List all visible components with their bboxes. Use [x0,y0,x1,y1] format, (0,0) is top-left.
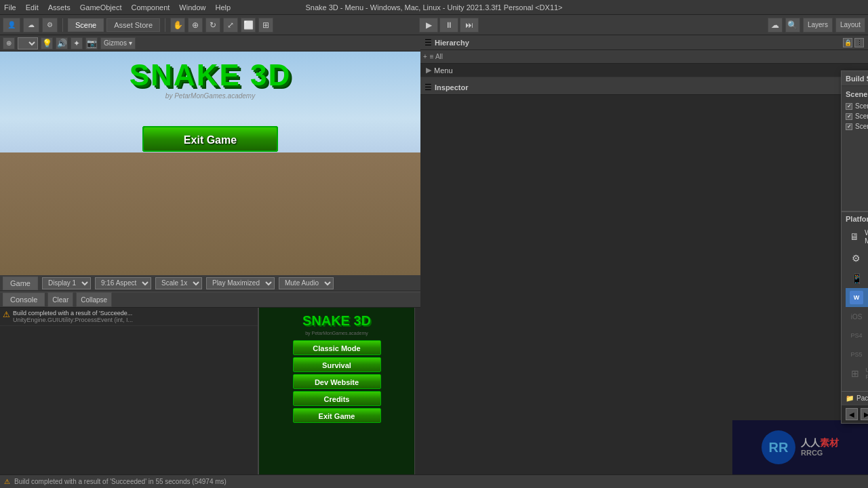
menu-edit[interactable]: Edit [26,3,39,12]
scene-0-name: Scenes/Menu [855,102,868,110]
platform-ps5[interactable]: PS5 PS5 [846,345,868,364]
scene-0-checkbox[interactable] [846,103,852,110]
hierarchy-title: Hierarchy [435,39,469,47]
hierarchy-breadcrumb: ≡ All [430,53,443,60]
gizmo-btn[interactable]: ⊕ [3,37,15,49]
timeline-area: ◀ ▶ ↻ PlayLeft PlayRight Repeat [842,405,868,423]
platform-list: 🖥 Windows, Mac, Linux ⚙ ⚙ Dedicated Serv… [846,226,868,383]
status-bar: ⚠ Build completed with a result of 'Succ… [0,474,868,488]
pause-button[interactable]: ⏸ [439,18,458,33]
platform-dedicated-server[interactable]: ⚙ Dedicated Server [846,247,868,269]
bottom-area: Console Clear Collapse ⚠ Build completed… [0,291,420,488]
inspector-title: Inspector [435,83,469,92]
inspector-icon: ☰ [425,83,432,92]
toolbar-cloud[interactable]: ☁ [23,18,39,33]
mini-exit-game-btn[interactable]: Exit Game [293,408,381,423]
exit-game-btn[interactable]: Exit Game [142,126,278,152]
menu-file[interactable]: File [4,3,16,12]
mini-survival-btn[interactable]: Survival [293,357,381,372]
scene-toolbar: ⊕ 2D 💡 🔊 ✦ 📷 Gizmos ▾ [0,35,420,52]
menu-gameobject[interactable]: GameObject [80,3,122,12]
timeline-play-right[interactable]: ▶ [861,408,868,420]
layout-dropdown[interactable]: Layout [835,18,865,33]
render-mode-select[interactable]: 2D [18,37,38,49]
console-toolbar: Console Clear Collapse [0,291,420,308]
display-select[interactable]: Display 1 [42,277,91,289]
scene-1-checkbox[interactable] [846,113,852,120]
gizmos-btn[interactable]: Gizmos ▾ [100,37,136,49]
hierarchy-add-btn[interactable]: + [423,53,427,60]
toolbar-settings[interactable]: ⚙ [42,18,58,33]
server-icon: ⚙ [850,251,863,265]
step-button[interactable]: ⏭ [460,18,479,33]
menu-window[interactable]: Window [179,3,205,12]
platform-ps4[interactable]: PS4 PS4 [846,326,868,345]
hierarchy-menu[interactable]: ⋮ [854,38,864,47]
ps4-icon: PS4 [850,329,863,342]
clear-btn[interactable]: Clear [47,292,73,307]
scene-item-2: Scenes/Survival 2 [846,121,868,131]
toolbar-rect[interactable]: ⬜ [241,18,256,33]
title-bar: File Edit Assets GameObject Component Wi… [0,0,868,15]
toolbar-transform[interactable]: ⊞ [258,18,273,33]
menu-component[interactable]: Component [131,3,170,12]
menu-help[interactable]: Help [215,3,231,12]
console-msg: Build completed with a result of 'Succee… [13,310,133,323]
packages-label[interactable]: Packages [856,394,868,402]
platform-windows[interactable]: 🖥 Windows, Mac, Linux ⚙ [846,226,868,247]
toolbar-scale[interactable]: ⤢ [223,18,238,33]
hierarchy-scene-name[interactable]: Menu [434,66,453,75]
toolbar-account[interactable]: 👤 [3,18,20,33]
scale-select[interactable]: Scale 1x [155,277,202,289]
windows-label: Windows, Mac, Linux [865,228,868,245]
mini-snake-title: SNAKE 3D [302,313,371,329]
platform-uwp[interactable]: ⊞ Universal Windows Platform [846,364,868,383]
console-tab[interactable]: Console [3,293,45,306]
platform-webgl[interactable]: W WebGL [846,288,868,307]
watermark-logo: RR [762,430,795,464]
watermark-text: 人人素材 RRCG [801,437,839,458]
mini-dev-website-btn[interactable]: Dev Website [293,374,381,389]
toolbar-move[interactable]: ⊕ [188,18,203,33]
toolbar-hand[interactable]: ✋ [170,18,185,33]
platform-ios[interactable]: iOS iOS [846,307,868,326]
toolbar-collab[interactable]: ☁ [768,18,783,33]
mini-subtitle: by PetarMonGames.academy [305,331,368,336]
console-log: ⚠ Build completed with a result of 'Succ… [0,308,258,488]
tab-asset-store[interactable]: Asset Store [106,18,160,32]
toolbar-rotate[interactable]: ↻ [205,18,220,33]
aspect-select[interactable]: 9:16 Aspect [95,277,151,289]
menu-assets[interactable]: Assets [48,3,71,12]
collapse-btn[interactable]: Collapse [76,292,112,307]
ios-icon: iOS [850,310,863,323]
tab-game[interactable]: Game [3,277,38,290]
mini-credits-btn[interactable]: Credits [293,391,381,406]
hierarchy-icon: ☰ [425,38,432,47]
tab-scene[interactable]: Scene [68,18,104,32]
scenes-in-build-title: Scenes In Build [846,90,868,98]
left-panel: ⊕ 2D 💡 🔊 ✦ 📷 Gizmos ▾ SNAKE 3D by PetarM… [0,35,420,488]
build-settings-main: Platform 🖥 Windows, Mac, Linux ⚙ ⚙ [842,211,868,391]
mini-classic-btn[interactable]: Classic Mode [293,340,381,355]
layers-dropdown[interactable]: Layers [803,18,833,33]
scene-1-name: Scenes/Classic [855,113,868,120]
scene-2-name: Scenes/Survival [855,123,868,130]
fx-btn[interactable]: ✦ [71,37,83,49]
timeline-play-left[interactable]: ◀ [846,408,858,420]
scene-item-0: Scenes/Menu 0 [846,101,868,111]
mute-select[interactable]: Mute Audio [279,277,334,289]
play-button[interactable]: ▶ [419,18,438,33]
audio-btn[interactable]: 🔊 [56,37,68,49]
scene-2-checkbox[interactable] [846,123,852,130]
scene-cam-btn[interactable]: 📷 [85,37,98,49]
play-mode-select[interactable]: Play Maximized [206,277,275,289]
lighting-btn[interactable]: 💡 [41,37,53,49]
warning-icon: ⚠ [3,310,10,319]
build-settings-panel: Build Settings _ □ × Scenes In Build Sce… [841,70,868,424]
platform-android[interactable]: 📱 Android [846,269,868,288]
play-controls: ▶ ⏸ ⏭ [419,18,479,33]
windows-icon: 🖥 [850,230,859,243]
toolbar-search[interactable]: 🔍 [785,18,800,33]
toolbar-sep2 [165,18,165,32]
hierarchy-lock[interactable]: 🔒 [843,38,852,47]
